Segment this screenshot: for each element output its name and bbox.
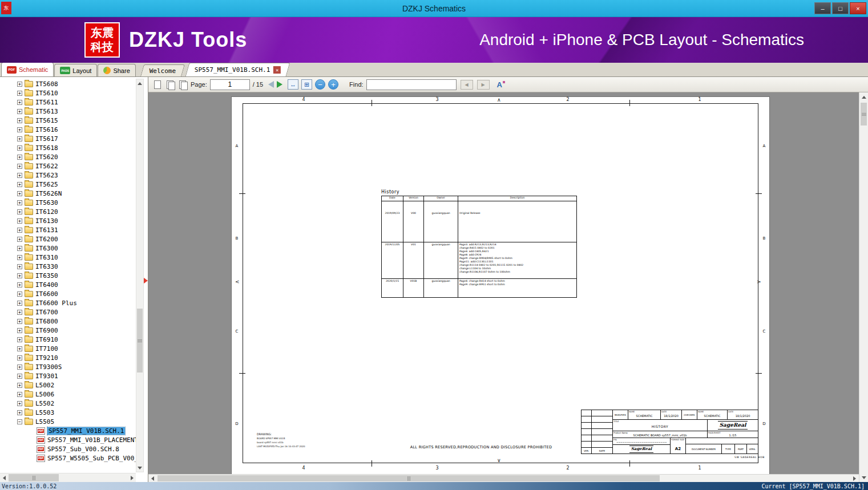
tree-folder[interactable]: + IT6310 [0, 253, 136, 262]
expand-toggle-icon[interactable]: + [17, 218, 22, 224]
tab-welcome[interactable]: Welcome [140, 64, 185, 76]
page-view-icon[interactable] [153, 80, 163, 90]
expand-toggle-icon[interactable]: + [17, 200, 22, 205]
expand-toggle-icon[interactable]: + [17, 155, 22, 160]
tree-file-label[interactable]: SP557_W5505_Sub_PCB_V00_p [47, 455, 136, 462]
expand-toggle-icon[interactable]: + [17, 100, 22, 105]
tree-folder[interactable]: + L5006 [0, 390, 136, 399]
expand-toggle-icon[interactable]: + [17, 109, 22, 114]
tree-folder[interactable]: + IT5616 [0, 125, 136, 134]
tree-folder[interactable]: + IT5620 [0, 152, 136, 161]
expand-toggle-icon[interactable]: + [17, 374, 22, 379]
expand-toggle-icon[interactable]: + [17, 182, 22, 187]
tree-folder[interactable]: + IT5626N [0, 189, 136, 198]
tree-file-label[interactable]: SP557_MMI_V01B_PLACEMENT [47, 436, 136, 444]
expand-toggle-icon[interactable]: + [17, 273, 22, 278]
tree-folder[interactable]: + L5503 [0, 408, 136, 417]
tree-file[interactable]: PDF SP557_MMI_V01B.SCH.1 [0, 426, 136, 435]
scrollbar-thumb[interactable] [137, 309, 143, 372]
tree-folder[interactable]: + IT5608 [0, 79, 136, 88]
expand-toggle-icon[interactable]: + [17, 228, 22, 233]
tree-folder[interactable]: + IT6300 [0, 244, 136, 253]
tree-folder[interactable]: + IT7100 [0, 344, 136, 353]
tree-folder[interactable]: + L5502 [0, 399, 136, 408]
tree-folder[interactable]: + IT5625 [0, 180, 136, 189]
find-next-icon[interactable]: ▶ [477, 80, 490, 90]
expand-toggle-icon[interactable]: + [17, 118, 22, 123]
tree-folder[interactable]: + IT5613 [0, 107, 136, 116]
fit-page-icon[interactable]: ⊞ [301, 79, 312, 90]
scroll-up-icon[interactable] [859, 92, 868, 102]
tree-folder[interactable]: + IT5630 [0, 198, 136, 207]
scroll-up-icon[interactable] [136, 79, 143, 87]
scroll-left-icon[interactable] [0, 473, 8, 482]
zoom-in-icon[interactable]: + [328, 79, 338, 90]
tree-folder[interactable]: − L5505 [0, 417, 136, 426]
copy-page-icon[interactable] [165, 80, 175, 90]
expand-toggle-icon[interactable]: + [17, 310, 22, 315]
tree-file-label[interactable]: SP557_MMI_V01B.SCH.1 [47, 427, 125, 435]
expand-toggle-icon[interactable]: + [17, 383, 22, 388]
maximize-button[interactable]: □ [832, 2, 849, 14]
expand-toggle-icon[interactable]: − [17, 419, 22, 424]
expand-toggle-icon[interactable]: + [17, 136, 22, 141]
splitter-arrow-icon[interactable] [144, 278, 148, 284]
tab-schematic[interactable]: PDF Schematic [1, 62, 54, 76]
sidebar-vertical-scrollbar[interactable] [136, 79, 144, 472]
scroll-down-icon[interactable] [859, 473, 868, 482]
expand-toggle-icon[interactable]: + [17, 355, 22, 361]
close-tab-icon[interactable]: × [273, 66, 281, 74]
export-page-icon[interactable] [178, 80, 188, 90]
tree-file-label[interactable]: SP557_Sub_V00.SCH.8 [47, 446, 119, 453]
sidebar-horizontal-scrollbar[interactable] [0, 473, 136, 482]
main-horizontal-scrollbar[interactable] [148, 474, 859, 482]
tree-folder[interactable]: + IT6120 [0, 207, 136, 216]
expand-toggle-icon[interactable]: + [17, 246, 22, 251]
scroll-right-icon[interactable] [128, 473, 136, 482]
expand-toggle-icon[interactable]: + [17, 127, 22, 132]
zoom-out-icon[interactable]: − [315, 79, 325, 90]
tree-folder[interactable]: + IT6200 [0, 234, 136, 244]
tree-file[interactable]: PDF SP557_MMI_V01B_PLACEMENT [0, 435, 136, 444]
tree-file[interactable]: PDF SP557_W5505_Sub_PCB_V00_p [0, 453, 136, 463]
expand-toggle-icon[interactable]: + [17, 209, 22, 214]
expand-toggle-icon[interactable]: + [17, 346, 22, 351]
tree-folder[interactable]: + IT6400 [0, 280, 136, 289]
expand-toggle-icon[interactable]: + [17, 282, 22, 287]
expand-toggle-icon[interactable]: + [17, 365, 22, 370]
scroll-right-icon[interactable] [850, 475, 859, 482]
next-page-icon[interactable] [277, 81, 282, 88]
scrollbar-thumb[interactable] [9, 474, 59, 481]
find-input[interactable] [366, 79, 457, 90]
minimize-button[interactable]: – [814, 2, 831, 14]
page-input[interactable] [210, 79, 250, 90]
scroll-down-icon[interactable] [136, 464, 143, 472]
tree-file[interactable]: PDF SP557_Sub_V00.SCH.8 [0, 444, 136, 453]
expand-toggle-icon[interactable]: + [17, 173, 22, 178]
schematic-canvas[interactable]: 4 3 2 1 4 3 2 1 A B C D A B [148, 92, 859, 474]
main-vertical-scrollbar[interactable] [859, 92, 868, 482]
expand-toggle-icon[interactable]: + [17, 264, 22, 269]
close-button[interactable]: × [850, 2, 866, 14]
tree-folder[interactable]: + IT6600 Plus [0, 298, 136, 307]
fit-width-icon[interactable]: ↔ [288, 79, 298, 90]
expand-toggle-icon[interactable]: + [17, 164, 22, 169]
scrollbar-thumb[interactable] [861, 103, 867, 125]
tree-folder[interactable]: + IT6330 [0, 262, 136, 271]
expand-toggle-icon[interactable]: + [17, 191, 22, 196]
expand-toggle-icon[interactable]: + [17, 401, 22, 406]
tree-folder[interactable]: + IT9210 [0, 353, 136, 362]
tree-folder[interactable]: + IT5622 [0, 161, 136, 171]
find-previous-icon[interactable]: ◀ [461, 80, 473, 90]
expand-toggle-icon[interactable]: + [17, 82, 22, 87]
expand-toggle-icon[interactable]: + [17, 337, 22, 342]
scroll-left-icon[interactable] [148, 475, 157, 482]
tab-share[interactable]: Share [98, 64, 135, 76]
expand-toggle-icon[interactable]: + [17, 301, 22, 306]
tree-folder[interactable]: + IT6350 [0, 271, 136, 280]
tree-folder[interactable]: + L5002 [0, 380, 136, 390]
expand-toggle-icon[interactable]: + [17, 91, 22, 96]
tree-folder[interactable]: + IT5610 [0, 88, 136, 98]
tree-folder[interactable]: + IT6130 [0, 216, 136, 225]
tab-layout[interactable]: PADS Layout [54, 64, 97, 76]
